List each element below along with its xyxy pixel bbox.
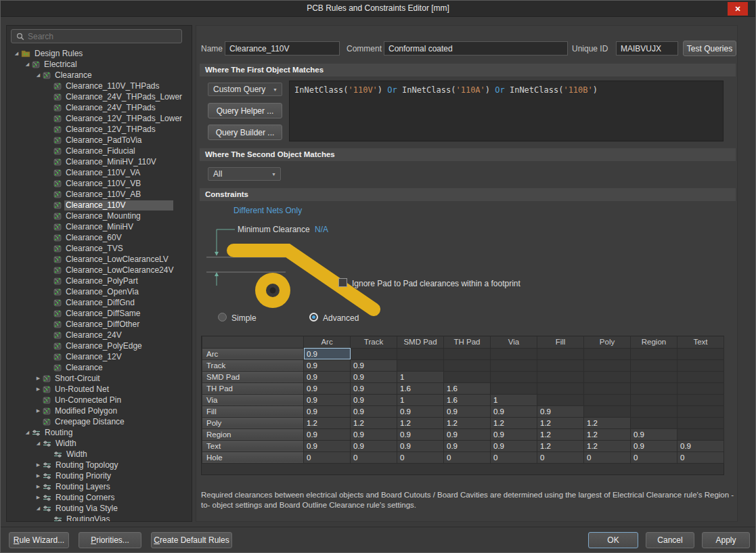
matrix-cell-region-smd-pad[interactable]: 0.9 (397, 428, 444, 440)
tree-item-clearance-lowclearance24v[interactable]: Clearance_LowClearance24V (7, 265, 192, 275)
rule-wizard-button[interactable]: Rule Wizard... (9, 532, 69, 548)
matrix-cell-region-th-pad[interactable]: 0.9 (444, 428, 491, 440)
tree-expand-arrow-icon[interactable]: ▶ (34, 386, 43, 392)
ok-button[interactable]: OK (588, 532, 638, 548)
matrix-cell-hole-region[interactable]: 0 (631, 451, 677, 463)
tree-item-clearance-24v-thpads[interactable]: Clearance_24V_THPads (7, 102, 192, 113)
tree-item-clearance-polypart[interactable]: Clearance_PolyPart (7, 275, 192, 286)
name-field[interactable] (225, 41, 340, 56)
matrix-cell-text-region[interactable]: 0.9 (631, 440, 677, 451)
tree-item-routing-layers[interactable]: ▶ Routing Layers (7, 481, 192, 492)
tree-item-clearance[interactable]: ◢ Clearance (7, 70, 192, 81)
matrix-cell-hole-track[interactable]: 0 (351, 451, 397, 463)
matrix-cell-text-arc[interactable]: 0.9 (304, 440, 351, 451)
matrix-cell-text-th-pad[interactable]: 0.9 (444, 440, 491, 451)
tree-expand-arrow-icon[interactable]: ▶ (34, 484, 43, 489)
matrix-cell-text-track[interactable]: 0.9 (351, 440, 397, 451)
priorities-button[interactable]: Priorities... (79, 532, 141, 548)
tree-item-short-circuit[interactable]: ▶ Short-Circuit (7, 373, 192, 384)
tree-item-clearance-diffother[interactable]: Clearance_DiffOther (7, 319, 192, 330)
matrix-cell-fill-via[interactable]: 0.9 (491, 405, 537, 417)
matrix-cell-via-smd-pad[interactable]: 1 (397, 394, 444, 405)
tree-item-routing[interactable]: ◢ Routing (7, 427, 192, 438)
matrix-cell-fill-fill[interactable]: 0.9 (537, 405, 584, 417)
matrix-cell-region-fill[interactable]: 1.2 (537, 428, 584, 440)
matrix-cell-hole-th-pad[interactable]: 0 (444, 451, 491, 463)
first-match-scope-dropdown[interactable]: Custom Query ▼ (208, 83, 282, 96)
advanced-radio[interactable] (309, 313, 318, 322)
close-button[interactable]: ✕ (728, 2, 748, 16)
different-nets-only-link[interactable]: Different Nets Only (234, 206, 302, 215)
matrix-cell-poly-arc[interactable]: 1.2 (304, 417, 351, 428)
matrix-cell-via-via[interactable]: 1 (491, 394, 537, 405)
matrix-cell-th-pad-arc[interactable]: 0.9 (304, 382, 351, 394)
tree-item-clearance-diffsame[interactable]: Clearance_DiffSame (7, 308, 192, 319)
tree-item-clearance-24v-thpads-lower[interactable]: Clearance_24V_THPads_Lower (7, 91, 192, 102)
query-builder-button[interactable]: Query Builder ... (208, 125, 282, 140)
matrix-cell-region-region[interactable]: 0.9 (631, 428, 677, 440)
tree-collapse-arrow-icon[interactable]: ◢ (34, 441, 43, 446)
matrix-cell-fill-smd-pad[interactable]: 0.9 (397, 405, 444, 417)
tree-item-routing-via-style[interactable]: ◢ Routing Via Style (7, 503, 192, 514)
matrix-cell-smd-pad-smd-pad[interactable]: 1 (397, 371, 444, 382)
tree-expand-arrow-icon[interactable]: ▶ (34, 376, 43, 381)
matrix-cell-arc-arc[interactable]: 0.9 (304, 348, 351, 359)
matrix-cell-poly-via[interactable]: 1.2 (491, 417, 537, 428)
matrix-cell-th-pad-smd-pad[interactable]: 1.6 (397, 382, 444, 394)
simple-radio[interactable] (218, 313, 227, 322)
matrix-cell-hole-via[interactable]: 0 (491, 451, 537, 463)
tree-expand-arrow-icon[interactable]: ▶ (34, 462, 43, 468)
tree-item-clearance-fiducial[interactable]: Clearance_Fiducial (7, 146, 192, 156)
tree-collapse-arrow-icon[interactable]: ◢ (23, 430, 32, 435)
tree-item-un-routed-net[interactable]: ▶ Un-Routed Net (7, 384, 192, 395)
matrix-cell-text-smd-pad[interactable]: 0.9 (397, 440, 444, 451)
test-queries-button[interactable]: Test Queries (683, 41, 736, 56)
matrix-cell-hole-poly[interactable]: 0 (584, 451, 631, 463)
tree-item-routing-topology[interactable]: ▶ Routing Topology (7, 460, 192, 470)
matrix-cell-th-pad-th-pad[interactable]: 1.6 (444, 382, 491, 394)
tree-item-modified-polygon[interactable]: ▶ Modified Polygon (7, 405, 192, 416)
matrix-cell-text-via[interactable]: 0.9 (491, 440, 537, 451)
tree-item-clearance-110v-va[interactable]: Clearance_110V_VA (7, 167, 192, 178)
tree-item-clearance-openvia[interactable]: Clearance_OpenVia (7, 286, 192, 297)
tree-item-clearance-60v[interactable]: Clearance_60V (7, 232, 192, 243)
tree-expand-arrow-icon[interactable]: ▶ (34, 408, 43, 414)
unique-id-field[interactable] (616, 41, 678, 56)
matrix-cell-poly-poly[interactable]: 1.2 (584, 417, 631, 428)
tree-expand-arrow-icon[interactable]: ▶ (34, 495, 43, 500)
matrix-cell-poly-smd-pad[interactable]: 1.2 (397, 417, 444, 428)
matrix-cell-fill-th-pad[interactable]: 0.9 (444, 405, 491, 417)
tree-item-clearance-110v-ab[interactable]: Clearance_110V_AB (7, 189, 192, 200)
tree-item-clearance-24v[interactable]: Clearance_24V (7, 330, 192, 340)
tree-item-clearance-padtovia[interactable]: Clearance_PadToVia (7, 135, 192, 146)
tree-item-clearance-12v[interactable]: Clearance_12V (7, 351, 192, 362)
matrix-cell-region-via[interactable]: 0.9 (491, 428, 537, 440)
tree-item-design-rules[interactable]: ◢ Design Rules (7, 48, 192, 59)
tree-collapse-arrow-icon[interactable]: ◢ (34, 72, 43, 78)
tree-collapse-arrow-icon[interactable]: ◢ (23, 62, 32, 67)
tree-item-clearance-polyedge[interactable]: Clearance_PolyEdge (7, 340, 192, 351)
query-helper-button[interactable]: Query Helper ... (208, 103, 282, 118)
tree-item-clearance-110v-vb[interactable]: Clearance_110V_VB (7, 178, 192, 189)
tree-item-clearance[interactable]: Clearance (7, 362, 192, 373)
tree-expand-arrow-icon[interactable]: ▶ (34, 473, 43, 479)
tree-item-routingvias[interactable]: RoutingVias (7, 514, 192, 521)
search-box[interactable] (11, 29, 182, 43)
apply-button[interactable]: Apply (702, 532, 750, 548)
matrix-cell-hole-arc[interactable]: 0 (304, 451, 351, 463)
matrix-cell-hole-text[interactable]: 0 (677, 451, 724, 463)
tree-item-clearance-110v-thpads[interactable]: Clearance_110V_THPads (7, 81, 192, 91)
tree-item-width[interactable]: ◢ Width (7, 438, 192, 449)
matrix-cell-via-track[interactable]: 0.9 (351, 394, 397, 405)
tree-item-clearance-mounting[interactable]: Clearance_Mounting (7, 211, 192, 221)
matrix-cell-region-poly[interactable]: 1.2 (584, 428, 631, 440)
query-editor[interactable]: InNetClass('110V') Or InNetClass('110A')… (289, 81, 724, 141)
tree-item-routing-corners[interactable]: ▶ Routing Corners (7, 492, 192, 503)
tree-item-creepage-distance[interactable]: Creepage Distance (7, 416, 192, 427)
search-input[interactable] (28, 32, 181, 41)
matrix-cell-poly-th-pad[interactable]: 1.2 (444, 417, 491, 428)
matrix-cell-fill-track[interactable]: 0.9 (351, 405, 397, 417)
tree-item-clearance-diffgnd[interactable]: Clearance_DiffGnd (7, 297, 192, 308)
tree-item-routing-priority[interactable]: ▶ Routing Priority (7, 470, 192, 481)
matrix-cell-region-track[interactable]: 0.9 (351, 428, 397, 440)
